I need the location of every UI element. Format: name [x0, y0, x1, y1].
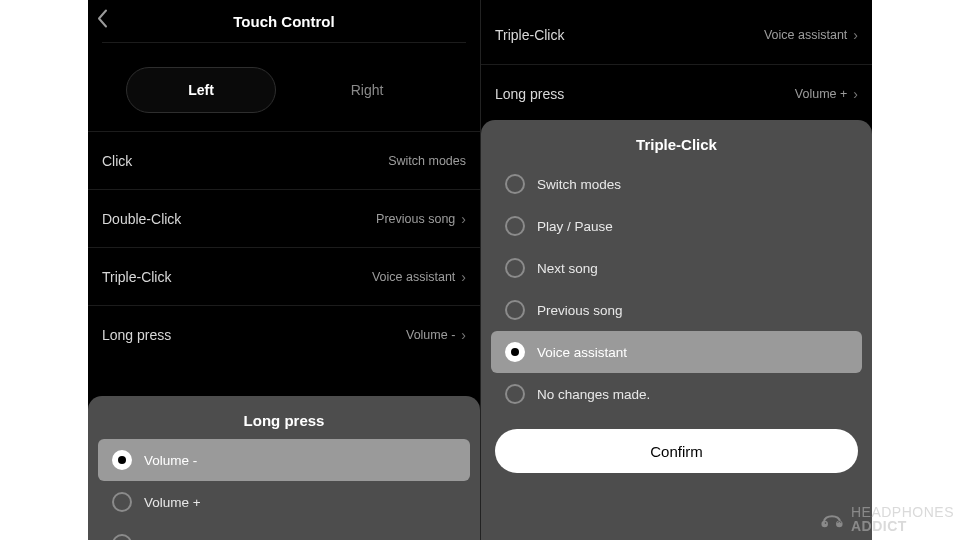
chevron-right-icon: ›: [853, 86, 858, 102]
row-label: Click: [102, 153, 132, 169]
option-label: No changes made.: [144, 537, 257, 541]
segment-control: Left Right: [102, 67, 466, 113]
option-label: Previous song: [537, 303, 623, 318]
sheet-title: Long press: [88, 396, 480, 439]
option-play-pause[interactable]: Play / Pause: [491, 205, 862, 247]
option-volume-down[interactable]: Volume -: [98, 439, 470, 481]
chevron-right-icon: ›: [461, 211, 466, 227]
radio-icon: [505, 174, 525, 194]
option-label: Switch modes: [537, 177, 621, 192]
option-no-changes[interactable]: No changes made.: [98, 523, 470, 540]
back-icon[interactable]: [96, 9, 110, 34]
chevron-right-icon: ›: [461, 327, 466, 343]
row-value: Volume +›: [795, 86, 858, 102]
row-click[interactable]: Click Switch modes: [88, 131, 480, 189]
row-value: Switch modes: [388, 154, 466, 168]
bottom-sheet-triple-click: Triple-Click Switch modes Play / Pause N…: [481, 120, 872, 540]
row-long-press[interactable]: Long press Volume -›: [88, 305, 480, 363]
page-title: Touch Control: [233, 13, 334, 30]
row-label: Long press: [102, 327, 171, 343]
row-value: Voice assistant›: [764, 27, 858, 43]
option-label: Volume +: [144, 495, 201, 510]
option-label: Next song: [537, 261, 598, 276]
row-long-press[interactable]: Long press Volume +›: [481, 64, 872, 122]
option-next-song[interactable]: Next song: [491, 247, 862, 289]
chevron-right-icon: ›: [461, 269, 466, 285]
radio-icon: [112, 450, 132, 470]
header: Touch Control: [88, 0, 480, 42]
option-label: Play / Pause: [537, 219, 613, 234]
option-voice-assistant[interactable]: Voice assistant: [491, 331, 862, 373]
screen-triple-click-picker: Triple-Click Voice assistant› Long press…: [480, 0, 872, 540]
divider: [102, 42, 466, 43]
option-no-changes[interactable]: No changes made.: [491, 373, 862, 415]
radio-icon: [112, 534, 132, 540]
radio-icon: [505, 300, 525, 320]
option-label: Volume -: [144, 453, 197, 468]
option-label: Voice assistant: [537, 345, 627, 360]
option-volume-up[interactable]: Volume +: [98, 481, 470, 523]
option-previous-song[interactable]: Previous song: [491, 289, 862, 331]
sheet-title: Triple-Click: [481, 120, 872, 163]
chevron-right-icon: ›: [853, 27, 858, 43]
radio-icon: [505, 258, 525, 278]
radio-icon: [505, 384, 525, 404]
segment-right[interactable]: Right: [292, 67, 442, 113]
option-switch-modes[interactable]: Switch modes: [491, 163, 862, 205]
row-label: Long press: [495, 86, 564, 102]
option-label: No changes made.: [537, 387, 650, 402]
screen-touch-control: Touch Control Left Right Click Switch mo…: [88, 0, 480, 540]
row-triple-click[interactable]: Triple-Click Voice assistant›: [481, 6, 872, 64]
row-value: Voice assistant›: [372, 269, 466, 285]
bottom-sheet-long-press: Long press Volume - Volume + No changes …: [88, 396, 480, 540]
row-value: Previous song›: [376, 211, 466, 227]
row-label: Triple-Click: [495, 27, 564, 43]
radio-icon: [505, 342, 525, 362]
segment-left[interactable]: Left: [126, 67, 276, 113]
row-double-click[interactable]: Double-Click Previous song›: [88, 189, 480, 247]
row-label: Double-Click: [102, 211, 181, 227]
confirm-button[interactable]: Confirm: [495, 429, 858, 473]
radio-icon: [112, 492, 132, 512]
radio-icon: [505, 216, 525, 236]
row-label: Triple-Click: [102, 269, 171, 285]
row-value: Volume -›: [406, 327, 466, 343]
row-triple-click[interactable]: Triple-Click Voice assistant›: [88, 247, 480, 305]
